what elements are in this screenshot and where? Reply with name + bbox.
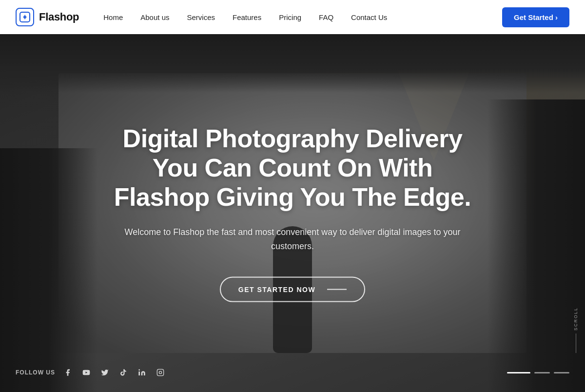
tiktok-icon[interactable] [117, 367, 129, 378]
nav-features[interactable]: Features [233, 13, 261, 21]
flashop-logo-icon [16, 8, 34, 26]
hero-cta-label: GET STARTED NOW [238, 285, 315, 293]
cta-line-decoration [327, 289, 347, 290]
nav-services[interactable]: Services [187, 13, 215, 21]
facebook-icon[interactable] [62, 367, 74, 378]
instagram-icon[interactable] [155, 367, 166, 378]
nav-home[interactable]: Home [103, 13, 123, 21]
hero-subtitle: Welcome to Flashop the fast and most con… [110, 225, 475, 254]
navbar: Flashop Home About us Services Features … [0, 0, 585, 34]
nav-faq[interactable]: FAQ [319, 13, 333, 21]
slide-dot-3[interactable] [554, 372, 569, 373]
follow-label: FOLLOW US [16, 369, 55, 376]
hero-content: Digital Photography Delivery You Can Cou… [110, 124, 475, 302]
slide-indicators [507, 372, 569, 373]
hero-section: Digital Photography Delivery You Can Cou… [0, 34, 585, 392]
nav-contact[interactable]: Contact Us [351, 13, 387, 21]
svg-point-5 [159, 371, 161, 373]
hero-cta-button[interactable]: GET STARTED NOW [220, 276, 365, 302]
social-icons [62, 367, 166, 378]
hero-bottom-bar: FOLLOW US [0, 367, 585, 378]
hero-title: Digital Photography Delivery You Can Cou… [110, 124, 475, 212]
scroll-line [576, 333, 576, 353]
nav-links: Home About us Services Features Pricing … [103, 13, 502, 21]
linkedin-icon[interactable] [136, 367, 148, 378]
twitter-icon[interactable] [99, 367, 111, 378]
scroll-label: SCROLL [573, 307, 578, 331]
follow-us-area: FOLLOW US [16, 367, 166, 378]
svg-rect-4 [157, 369, 163, 375]
nav-about[interactable]: About us [140, 13, 169, 21]
logo-area[interactable]: Flashop [16, 8, 79, 26]
logo-text: Flashop [39, 11, 79, 23]
svg-point-3 [138, 369, 140, 371]
slide-dot-2[interactable] [534, 372, 550, 373]
get-started-button[interactable]: Get Started › [502, 7, 569, 27]
youtube-icon[interactable] [80, 367, 92, 378]
svg-point-1 [24, 16, 26, 18]
svg-point-6 [162, 371, 162, 371]
nav-pricing[interactable]: Pricing [279, 13, 301, 21]
slide-dot-1[interactable] [507, 372, 530, 373]
scroll-indicator: SCROLL [573, 307, 578, 353]
